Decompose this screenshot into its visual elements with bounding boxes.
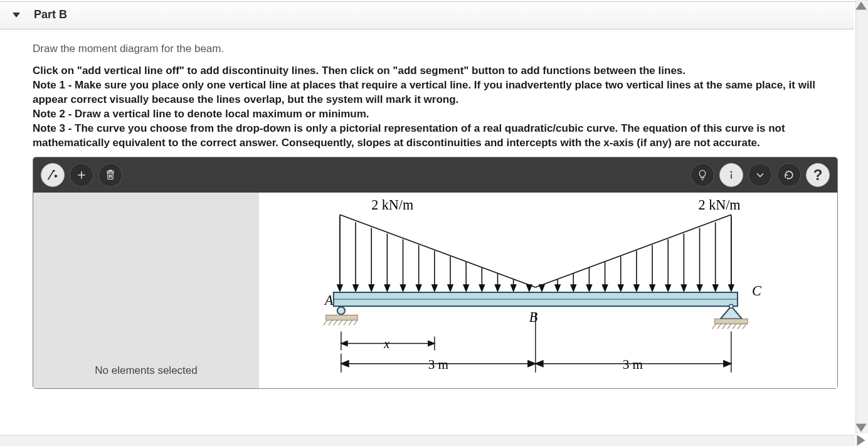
help-icon: ? (813, 166, 823, 184)
svg-marker-47 (729, 285, 734, 291)
svg-marker-97 (428, 341, 435, 346)
beam-diagram[interactable]: 2 kN/m 2 kN/m A B C x (259, 193, 837, 388)
vertical-scrollbar-track[interactable] (855, 0, 868, 433)
svg-rect-13 (109, 170, 112, 171)
prompt-intro: Draw the moment diagram for the beam. (33, 42, 850, 56)
svg-marker-69 (555, 285, 560, 291)
svg-marker-35 (463, 285, 468, 291)
svg-marker-55 (665, 285, 670, 291)
svg-marker-67 (571, 285, 576, 291)
load-right-label: 2 kN/m (699, 197, 741, 213)
svg-line-82 (354, 320, 357, 325)
svg-rect-85 (715, 319, 748, 324)
svg-marker-59 (634, 285, 639, 291)
point-b-label: B (529, 309, 538, 325)
svg-marker-51 (697, 285, 702, 291)
svg-marker-106 (724, 360, 731, 366)
svg-line-78 (334, 320, 337, 325)
svg-marker-53 (681, 285, 686, 291)
svg-point-14 (731, 171, 733, 173)
selection-status: No elements selected (95, 364, 197, 377)
add-segment-button[interactable] (70, 163, 93, 187)
scroll-up-button[interactable] (854, 0, 868, 11)
svg-marker-2 (857, 435, 865, 446)
svg-point-74 (337, 307, 345, 314)
svg-marker-31 (432, 285, 437, 291)
svg-marker-29 (416, 285, 421, 291)
prompt-note-1: Note 1 - Make sure you place only one ve… (33, 78, 850, 107)
prompt-instruction: Click on "add vertical line off" to add … (33, 64, 850, 78)
svg-line-76 (324, 320, 327, 325)
svg-rect-75 (326, 315, 357, 320)
svg-marker-23 (369, 285, 374, 291)
svg-line-90 (733, 324, 736, 329)
drawing-toolbar: ? (33, 157, 837, 193)
collapse-caret-icon[interactable] (13, 13, 20, 18)
svg-marker-61 (618, 285, 623, 291)
svg-marker-39 (495, 285, 500, 291)
svg-marker-33 (448, 285, 453, 291)
svg-marker-21 (353, 285, 358, 291)
dropdown-button[interactable] (748, 163, 772, 187)
point-c-label: C (752, 283, 761, 299)
svg-line-87 (717, 324, 721, 329)
axis-variable-label: x (383, 336, 389, 350)
svg-marker-1 (855, 423, 867, 432)
info-button[interactable] (719, 163, 743, 187)
svg-line-16 (340, 215, 536, 287)
scroll-right-button[interactable] (854, 435, 868, 446)
svg-line-92 (743, 324, 746, 329)
svg-marker-102 (341, 360, 349, 366)
svg-line-80 (344, 320, 347, 325)
svg-line-91 (738, 324, 741, 329)
svg-line-79 (339, 320, 342, 325)
hint-button[interactable] (691, 163, 714, 187)
svg-marker-25 (384, 285, 389, 291)
svg-marker-49 (713, 285, 718, 291)
prompt-note-2: Note 2 - Draw a vertical line to denote … (33, 107, 850, 122)
prompt-note-3: Note 3 - The curve you choose from the d… (33, 122, 850, 151)
svg-line-77 (329, 320, 332, 325)
span-right-label: 3 m (623, 356, 643, 371)
svg-marker-43 (527, 285, 532, 291)
part-header[interactable]: Part B (0, 2, 854, 29)
part-title: Part B (34, 8, 67, 21)
selection-sidebar: No elements selected (33, 193, 259, 388)
add-vertical-line-button[interactable] (41, 163, 65, 187)
scroll-down-button[interactable] (854, 422, 868, 433)
svg-marker-19 (337, 285, 342, 291)
svg-point-84 (729, 304, 733, 308)
svg-line-86 (712, 324, 716, 329)
svg-point-3 (53, 169, 55, 171)
delete-button[interactable] (98, 163, 122, 187)
point-a-label: A (324, 292, 334, 308)
svg-rect-15 (731, 174, 732, 179)
load-left-label: 2 kN/m (371, 197, 413, 213)
horizontal-scrollbar-track[interactable] (0, 435, 855, 446)
svg-line-89 (728, 324, 731, 329)
svg-marker-41 (511, 285, 516, 291)
svg-marker-65 (586, 285, 591, 291)
svg-marker-71 (539, 285, 544, 291)
span-left-label: 3 m (428, 356, 449, 371)
drawing-tool-panel: ? No elements selected (33, 157, 838, 389)
svg-marker-63 (603, 285, 608, 291)
help-button[interactable]: ? (806, 163, 830, 187)
svg-marker-37 (479, 285, 484, 291)
svg-line-44 (536, 215, 731, 287)
reset-button[interactable] (777, 163, 801, 187)
svg-marker-0 (855, 1, 867, 9)
svg-line-81 (349, 320, 352, 325)
svg-line-88 (722, 324, 726, 329)
svg-marker-57 (650, 285, 655, 291)
svg-marker-27 (400, 285, 405, 291)
svg-marker-96 (341, 341, 347, 346)
svg-marker-105 (536, 360, 543, 366)
